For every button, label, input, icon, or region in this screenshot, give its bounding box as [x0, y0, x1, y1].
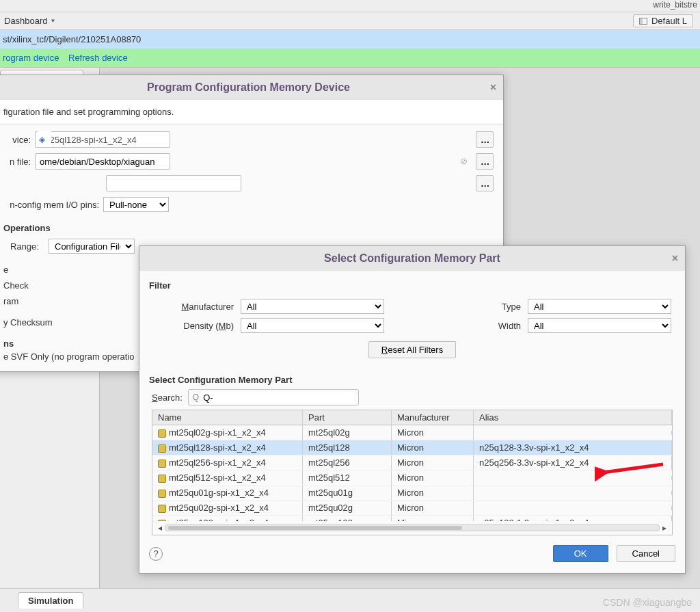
action-link-bar: rogram device Refresh device	[0, 49, 700, 67]
col-mfr[interactable]: Manufacturer	[392, 410, 474, 425]
state-pins-select[interactable]: Pull-none	[103, 197, 169, 212]
menu-bar: Dashboard ▼ Default L	[0, 12, 700, 30]
table-row[interactable]: mt25qu01g-spi-x1_x2_x4mt25qu01gMicron	[152, 485, 672, 501]
annotation-arrow-icon	[595, 459, 670, 486]
default-layout-label: Default L	[651, 16, 687, 26]
scroll-right-icon[interactable]: ▸	[660, 523, 669, 533]
clear-icon[interactable]: ⊘	[460, 156, 468, 166]
chip-icon: ◈	[39, 135, 45, 144]
close-icon[interactable]: ×	[672, 252, 678, 265]
dialog-hint: figuration file and set programming opti…	[3, 107, 174, 117]
device-path[interactable]: st/xilinx_tcf/Digilent/210251A08870	[0, 30, 700, 49]
state-pins-label: n-config mem I/O pins:	[3, 200, 99, 210]
browse-prm-button[interactable]: …	[476, 175, 494, 191]
browse-config-button[interactable]: …	[476, 153, 494, 170]
svg-line-0	[603, 464, 663, 473]
browse-device-button[interactable]: …	[476, 131, 494, 148]
filter-header: Filter	[139, 280, 685, 295]
help-icon[interactable]: ?	[149, 547, 163, 561]
select-part-header: Select Configuration Memory Part	[139, 362, 685, 388]
search-icon: Q	[193, 393, 199, 402]
bottom-tab-bar: Simulation	[0, 588, 700, 612]
simulation-tab[interactable]: Simulation	[18, 592, 83, 609]
width-label: Width	[439, 321, 521, 331]
horizontal-scrollbar[interactable]: ◂ ▸	[152, 521, 672, 535]
chip-icon	[158, 505, 166, 513]
program-ops-header: Operations	[3, 217, 494, 233]
config-file-field[interactable]	[35, 153, 170, 170]
default-layout-button[interactable]: Default L	[633, 14, 693, 27]
address-range-label: Range:	[3, 241, 44, 252]
refresh-device-link[interactable]: Refresh device	[68, 53, 128, 63]
type-select[interactable]: All	[528, 299, 671, 314]
program-device-link[interactable]: rogram device	[3, 53, 59, 63]
search-input-wrap: Q	[188, 389, 359, 405]
layout-icon	[639, 18, 647, 25]
watermark: CSDN @xiaguangbo	[603, 597, 692, 608]
search-input[interactable]	[202, 392, 354, 403]
top-cutoff-text: write_bitstre	[0, 0, 700, 12]
table-row[interactable]: mt25ql512-spi-x1_x2_x4mt25ql512Micron	[152, 470, 672, 485]
col-alias[interactable]: Alias	[474, 410, 672, 425]
manufacturer-select[interactable]: All	[241, 299, 384, 314]
chip-icon	[158, 429, 166, 438]
table-row[interactable]: mt25ql256-spi-x1_x2_x4mt25ql256Micronn25…	[152, 455, 672, 470]
chip-icon	[158, 490, 166, 498]
chip-icon	[158, 475, 166, 483]
memory-device-label: vice:	[3, 135, 31, 145]
type-label: Type	[439, 302, 521, 312]
col-name[interactable]: Name	[152, 410, 303, 425]
dialog-title: Select Configuration Memory Part ×	[139, 246, 685, 271]
memory-device-field[interactable]	[35, 131, 170, 148]
dashboard-menu[interactable]: Dashboard	[4, 16, 48, 26]
reset-filters-button[interactable]: Reset All Filters	[368, 341, 456, 358]
table-body: mt25ql02g-spi-x1_x2_x4mt25ql02gMicronmt2…	[152, 425, 672, 521]
table-row[interactable]: mt25qu128-spi-x1_x2_x4mt25qu128Micronn25…	[152, 516, 672, 521]
chip-icon	[158, 444, 166, 453]
chip-icon	[158, 460, 166, 468]
density-label: Density (Mb)	[152, 321, 234, 331]
config-file-label: n file:	[3, 157, 31, 167]
prm-file-field[interactable]	[106, 175, 241, 191]
close-icon[interactable]: ×	[490, 81, 496, 94]
address-range-select[interactable]: Configuration File	[49, 239, 135, 254]
table-row[interactable]: mt25ql02g-spi-x1_x2_x4mt25ql02gMicron	[152, 425, 672, 440]
search-label: Search:	[152, 393, 183, 403]
main-canvas: ▣ ▯ ▭ × Program Configuration Memory Dev…	[0, 67, 700, 600]
ok-button[interactable]: OK	[553, 545, 608, 562]
width-select[interactable]: All	[528, 318, 671, 333]
select-memory-part-dialog: Select Configuration Memory Part × Filte…	[139, 245, 686, 574]
scroll-left-icon[interactable]: ◂	[155, 523, 165, 533]
table-row[interactable]: mt25qu02g-spi-x1_x2_x4mt25qu02gMicron	[152, 501, 672, 516]
table-row[interactable]: mt25ql128-spi-x1_x2_x4mt25ql128Micronn25…	[152, 440, 672, 455]
manufacturer-label: Manufacturer	[152, 302, 234, 312]
table-header: Name Part Manufacturer Alias	[152, 410, 672, 425]
col-part[interactable]: Part	[303, 410, 392, 425]
chip-icon	[158, 520, 166, 521]
cancel-button[interactable]: Cancel	[617, 545, 675, 562]
chevron-down-icon: ▼	[51, 18, 56, 24]
dialog-title: Program Configuration Memory Device ×	[0, 75, 503, 100]
density-select[interactable]: All	[241, 318, 384, 333]
